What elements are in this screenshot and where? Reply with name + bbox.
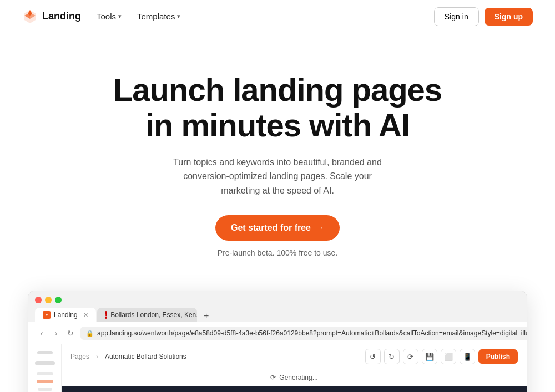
templates-label: Templates [137,12,175,21]
publish-button[interactable]: Publish [478,349,518,364]
breadcrumb-separator: › [96,353,98,360]
tools-label: Tools [97,12,116,21]
browser-chrome: ✦ Landing ✕ L Bollards London, Essex, Ke… [28,291,527,322]
signin-button[interactable]: Sign in [434,7,479,26]
browser-body: Pages › Automatic Bollard Solutions ↺ ↻ … [28,344,527,392]
url-text: app.landing.so/wentworth/page/e8a58d09-d… [97,329,527,337]
forward-button[interactable]: › [51,328,62,339]
tab-landing[interactable]: ✦ Landing ✕ [35,308,96,322]
redo-button[interactable]: ↻ [384,349,400,364]
tab-add-button[interactable]: + [200,310,213,322]
templates-chevron-icon: ▾ [177,13,180,20]
navbar: Landing Tools ▾ Templates ▾ Sign in Sign… [0,0,555,33]
browser-mockup: ✦ Landing ✕ L Bollards London, Essex, Ke… [28,291,527,392]
logo-text: Landing [42,11,81,22]
mobile-view-button[interactable]: 📱 [460,349,475,364]
breadcrumb-parent: Pages [70,353,89,360]
lock-icon: 🔒 [86,330,94,337]
sidebar-item-3 [37,380,53,383]
dot-yellow [45,297,52,303]
app-main: Pages › Automatic Bollard Solutions ↺ ↻ … [62,344,527,392]
hero-title: Launch landing pages in minutes with AI [113,72,442,143]
app-topbar: Pages › Automatic Bollard Solutions ↺ ↻ … [62,344,527,369]
sidebar-icon-1 [37,351,53,354]
hero-subtitle: Turn topics and keywords into beautiful,… [167,155,389,198]
tab-landing-favicon: ✦ [43,311,51,319]
reload-button[interactable]: ↻ [65,328,76,339]
browser-tabs: ✦ Landing ✕ L Bollards London, Essex, Ke… [35,308,520,322]
topbar-actions: ↺ ↻ ⟳ 💾 ⬜ 📱 Publish [365,349,518,364]
tools-chevron-icon: ▾ [118,13,122,20]
spinner-icon: ⟳ [270,374,276,381]
undo-button[interactable]: ↺ [365,349,381,364]
address-bar[interactable]: 🔒 app.landing.so/wentworth/page/e8a58d09… [80,327,527,340]
hero-section: Launch landing pages in minutes with AI … [0,33,555,279]
tab-bollards-favicon: L [105,311,107,319]
generating-text: Generating... [279,374,317,381]
signup-button[interactable]: Sign up [485,8,533,26]
browser-addressbar: ‹ › ↻ 🔒 app.landing.so/wentworth/page/e8… [28,322,527,344]
tab-bollards[interactable]: L Bollards London, Essex, Ken... ✕ [97,308,197,322]
templates-nav-link[interactable]: Templates ▾ [137,12,180,21]
app-sidebar [28,344,62,392]
tab-bollards-label: Bollards London, Essex, Ken... [110,311,197,319]
desktop-view-button[interactable]: ⬜ [441,349,456,364]
logo[interactable]: Landing [22,9,81,24]
browser-nav-buttons: ‹ › ↻ [36,328,76,339]
back-button[interactable]: ‹ [36,328,47,339]
sidebar-item-4 [38,388,52,391]
cta-label: Get started for free [231,223,311,233]
nav-right: Sign in Sign up [434,7,533,26]
page-preview: Wentworth Protection Get a Quote ★★★★ Tr… [62,386,527,392]
tools-nav-link[interactable]: Tools ▾ [97,12,122,21]
tab-landing-label: Landing [54,311,78,319]
refresh-button[interactable]: ⟳ [403,349,418,364]
hero-note: Pre-launch beta. 100% free to use. [218,248,337,257]
nav-left: Landing Tools ▾ Templates ▾ [22,9,180,24]
logo-icon [22,9,38,24]
sidebar-item-1 [35,361,55,365]
tab-landing-close-icon[interactable]: ✕ [83,312,88,319]
browser-titlebar [35,297,520,303]
arrow-icon: → [315,223,324,233]
breadcrumb-current: Automatic Bollard Solutions [105,353,186,360]
dot-red [35,297,42,303]
generating-bar: ⟳ Generating... [62,369,527,386]
dot-green [55,297,62,303]
save-button[interactable]: 💾 [422,349,437,364]
get-started-button[interactable]: Get started for free → [215,215,340,241]
sidebar-item-2 [37,372,53,375]
